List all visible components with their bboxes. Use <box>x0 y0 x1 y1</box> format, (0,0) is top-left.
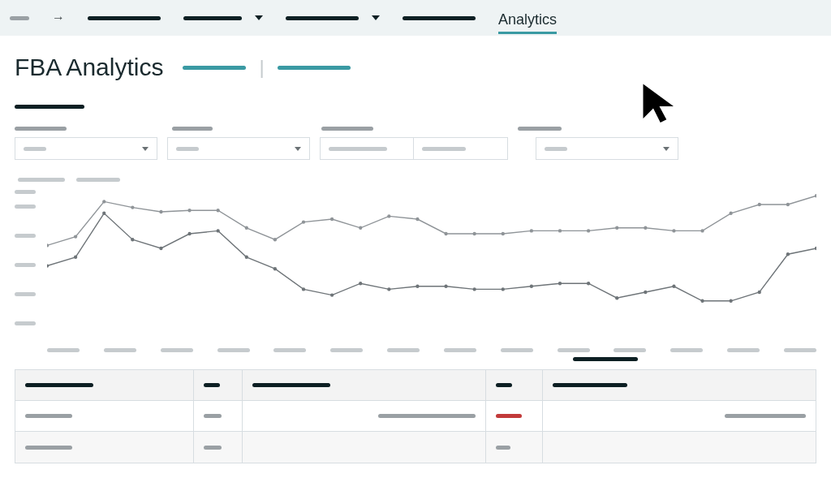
chart-point <box>530 229 533 232</box>
chart-point <box>444 285 447 288</box>
table-cell <box>543 432 816 463</box>
chart-point <box>102 212 105 215</box>
table-row <box>15 401 816 432</box>
chart-point <box>815 247 816 250</box>
filter-select-3[interactable] <box>536 137 678 160</box>
page-content: FBA Analytics | <box>0 36 831 476</box>
chart-point <box>644 226 647 230</box>
ytick-0 <box>15 321 36 325</box>
table-header-cell-3[interactable] <box>486 370 543 400</box>
cell-value <box>25 446 72 450</box>
chart-point <box>758 203 761 206</box>
nav-item-label <box>403 16 476 20</box>
chart-point <box>558 229 562 232</box>
table-header-cell-4[interactable] <box>543 370 816 400</box>
chart-area <box>15 190 816 352</box>
chevron-down-icon <box>372 15 380 20</box>
title-tab-1[interactable] <box>278 66 351 70</box>
chart-legend <box>15 178 816 182</box>
chart-point <box>615 296 618 299</box>
chart-point <box>131 238 134 241</box>
table-header-cell-2[interactable] <box>243 370 486 400</box>
nav-item-4[interactable] <box>286 15 380 20</box>
nav-tab-analytics[interactable]: Analytics <box>498 8 557 34</box>
title-row: FBA Analytics | <box>15 54 816 81</box>
select-value <box>329 147 387 151</box>
nav-item-label <box>88 16 161 20</box>
header-label <box>204 383 220 387</box>
nav-item-5[interactable] <box>403 16 476 20</box>
xtick-12 <box>727 348 760 352</box>
xtick-9 <box>558 348 590 352</box>
table-row <box>15 432 816 463</box>
chart-point <box>444 232 447 235</box>
table-cell <box>486 401 543 431</box>
chart-point <box>47 243 49 247</box>
xtick-11 <box>670 348 703 352</box>
table-cell <box>194 401 243 431</box>
title-tab-0[interactable] <box>183 66 246 70</box>
daterange-from[interactable] <box>320 137 414 160</box>
chart-point <box>387 214 390 218</box>
chart-point <box>473 232 476 235</box>
chart-point <box>473 287 476 291</box>
filter-select-1[interactable] <box>167 137 310 160</box>
xtick-7 <box>444 348 476 352</box>
section-heading <box>15 97 816 112</box>
filter-labels <box>15 127 816 131</box>
chart-point <box>672 229 675 232</box>
ytick-4 <box>15 205 36 209</box>
chevron-down-icon <box>663 147 670 151</box>
table-header-cell-0[interactable] <box>15 370 194 400</box>
xtick-6 <box>387 348 420 352</box>
xtick-10 <box>614 348 646 352</box>
chart-point <box>416 285 419 288</box>
xtick-2 <box>161 348 193 352</box>
nav-item-3[interactable] <box>183 15 263 20</box>
xtick-1 <box>104 348 136 352</box>
nav-item-0[interactable] <box>10 16 29 20</box>
select-value <box>545 147 567 151</box>
xtick-4 <box>273 348 306 352</box>
chart-point <box>302 287 305 291</box>
chart-point <box>644 291 647 294</box>
select-value <box>24 147 46 151</box>
table-cell <box>486 432 543 463</box>
chart-point <box>786 252 790 256</box>
chart-point <box>217 209 220 212</box>
top-nav: → Analytics <box>0 0 831 36</box>
ytick-3 <box>15 234 36 238</box>
chart-point <box>47 264 49 267</box>
table-cell <box>243 401 486 431</box>
chart-point <box>502 232 505 235</box>
chevron-down-icon <box>255 15 263 20</box>
chart-xaxis <box>47 348 816 352</box>
filter-label-3 <box>518 127 562 131</box>
chart-point <box>700 229 704 232</box>
chart-point <box>730 299 733 303</box>
chart-line-series-a <box>47 196 816 245</box>
chart-point <box>217 229 220 232</box>
table-cell <box>15 432 194 463</box>
chart-point <box>187 209 191 212</box>
chart-plot[interactable] <box>47 190 816 336</box>
chart-point <box>273 267 277 270</box>
cell-value <box>25 414 72 418</box>
cell-value <box>204 446 222 450</box>
chart-point <box>672 285 675 288</box>
nav-item-2[interactable] <box>88 16 161 20</box>
table-header-cell-1[interactable] <box>194 370 243 400</box>
ytick-5 <box>15 190 36 194</box>
table-cell <box>543 401 816 431</box>
chart-point <box>330 218 334 221</box>
header-label <box>496 383 512 387</box>
cell-value <box>496 414 522 418</box>
nav-item-label <box>286 16 359 20</box>
daterange-to[interactable] <box>414 137 508 160</box>
filter-select-0[interactable] <box>15 137 157 160</box>
table-cell <box>194 432 243 463</box>
chart <box>15 178 816 361</box>
nav-arrow-icon: → <box>52 11 65 25</box>
chart-point <box>587 229 590 232</box>
chart-point <box>359 282 362 285</box>
